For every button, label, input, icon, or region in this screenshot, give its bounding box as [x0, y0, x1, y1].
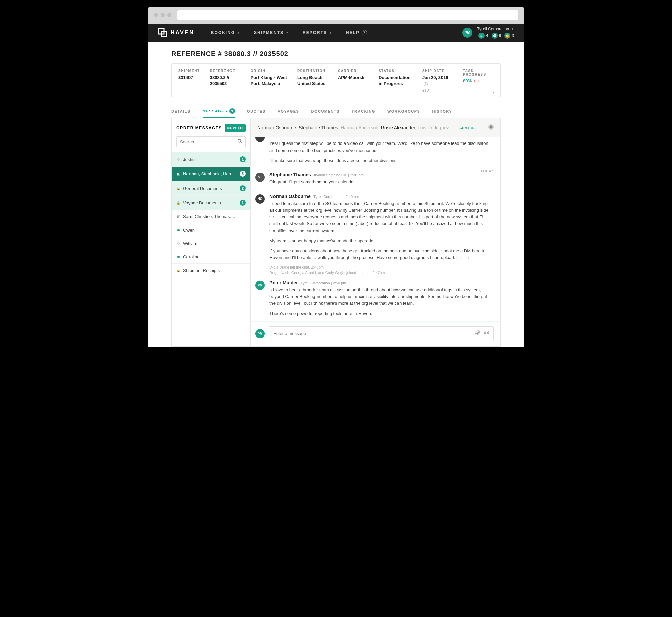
thread-badge: 1 [240, 200, 246, 206]
search-input[interactable] [180, 139, 237, 145]
thread-general-documents[interactable]: 🔒General Documents2 [172, 181, 250, 195]
status-offline-icon [176, 242, 180, 245]
thread-name: William [183, 241, 246, 246]
indicator-tasks[interactable]: ≡4 [478, 33, 488, 39]
org-block: Tyrell Corporation▼ ≡4 💬9 🔔3 [477, 27, 514, 39]
indicators: ≡4 💬9 🔔3 [478, 33, 514, 39]
composer-input-wrap[interactable]: @ [269, 326, 494, 340]
thread-badge: 1 [240, 156, 246, 162]
nav-shipments[interactable]: SHIPMENTS▼ [254, 30, 289, 35]
tab-messages[interactable]: MESSAGES9 [203, 105, 235, 118]
message-input[interactable] [273, 331, 475, 336]
tab-tracking[interactable]: TRACKING [352, 105, 375, 118]
chat-icon: 💬 [492, 33, 498, 39]
summary-ship-date: SHIP DATE Jan 20, 2019i ETD [422, 69, 453, 92]
avatar: PM [255, 281, 265, 290]
chat-head: Norman Osbourne, Stephanie Thames, Hanna… [251, 118, 500, 137]
message-body: Peter Mulder Tyrell Corporation | 2:50 p… [269, 280, 492, 317]
message-row: ST Stephanie Thames Avalon Shipping Co. … [251, 167, 500, 189]
browser-chrome [148, 7, 524, 24]
participants-more[interactable]: +4 MORE [459, 126, 476, 130]
nav-booking[interactable]: BOOKING▼ [211, 30, 241, 35]
tab-messages-label: MESSAGES [203, 109, 227, 113]
summary-label: STATUS [379, 69, 412, 73]
lock-icon: 🔒 [176, 201, 180, 205]
thread-owen[interactable]: Owen [172, 223, 250, 237]
window-controls[interactable] [154, 13, 171, 17]
participant: , … [449, 125, 456, 130]
org-menu[interactable]: Tyrell Corporation▼ [477, 27, 514, 31]
zoom-dot[interactable] [167, 13, 171, 17]
message-text: Yes! I guess the first step will be to d… [269, 140, 492, 164]
user-avatar[interactable]: PM [462, 28, 472, 38]
thread-name: Sam, Christine, Thomas, … [183, 214, 246, 219]
minimize-dot[interactable] [161, 13, 165, 17]
logo[interactable]: HAVEN [158, 28, 194, 37]
thread-william[interactable]: William [172, 237, 250, 250]
close-dot[interactable] [154, 13, 158, 17]
search-box[interactable] [176, 136, 246, 147]
message-meta: Tyrell Corporation | 2:50 pm [301, 281, 346, 285]
nav-reports[interactable]: REPORTS▼ [303, 30, 333, 35]
message-text: I need to make sure that the SG team add… [269, 200, 492, 261]
summary-value: Long Beach, United States [297, 75, 328, 87]
summary-reference: REFERENCE 38080.3 // 2035502 [210, 69, 241, 92]
thread-norman-group[interactable]: ◧Norman, Stephanie, Han …5 [172, 166, 250, 181]
chevron-down-icon: ▼ [511, 27, 514, 31]
summary-label: REFERENCE [210, 69, 241, 73]
nav-help[interactable]: HELP? [346, 30, 367, 35]
thread-voyage-documents[interactable]: 🔒Voyage Documents1 [172, 195, 250, 210]
mention-icon[interactable]: @ [484, 330, 489, 337]
new-thread-button[interactable]: NEW+ [225, 124, 246, 132]
status-online-icon [176, 229, 180, 231]
indicator-messages[interactable]: 💬9 [492, 33, 501, 39]
nav-reports-label: REPORTS [303, 30, 327, 35]
thread-shipment-receipts[interactable]: 🔒Shipment Receipts [172, 263, 250, 277]
message-head: Stephanie Thames Avalon Shipping Co. | 2… [269, 172, 492, 177]
summary-value: Port Klang - West Port, Malaysia [251, 75, 287, 87]
indicator-tasks-count: 4 [486, 33, 488, 38]
attachment-icon[interactable] [475, 330, 480, 337]
summary-value: 331407 [178, 75, 200, 81]
sidebar: ORDER MESSAGES NEW+ Justin1 ◧Norman, Ste… [172, 118, 251, 346]
collapse-toggle[interactable]: ▼ [492, 91, 495, 94]
thread-sam-group[interactable]: ◧Sam, Christine, Thomas, … [172, 210, 250, 223]
message-paragraph: I need to make sure that the SG team add… [269, 200, 492, 234]
tab-details[interactable]: DETAILS [171, 105, 191, 118]
summary-task-progress: TASK PROGRESS 80% [463, 69, 494, 92]
clock-icon [474, 79, 479, 83]
indicator-alerts[interactable]: 🔔3 [504, 33, 514, 39]
topbar-right: PM Tyrell Corporation▼ ≡4 💬9 🔔3 [462, 27, 514, 39]
logo-icon [158, 28, 167, 37]
messages-scroll[interactable]: Yes! I guess the first step will be to d… [251, 137, 500, 322]
summary-label: TASK PROGRESS [463, 69, 494, 76]
tab-history[interactable]: HISTORY [432, 105, 452, 118]
thread-list: Justin1 ◧Norman, Stephanie, Han …5 🔒Gene… [172, 152, 250, 346]
participant-muted: Hannah Anderson [341, 125, 378, 130]
summary-label: SHIPMENT [178, 69, 200, 73]
message-paragraph: I'd love to hear a broader team discussi… [269, 287, 492, 307]
summary-carrier: CARRIER APM-Maersk [338, 69, 369, 92]
chevron-down-icon: ▼ [237, 31, 241, 34]
thread-name: Justin [183, 157, 237, 162]
page-title: REFERENCE # 38080.3 // 2035502 [171, 50, 501, 58]
status-offline-icon [176, 158, 180, 161]
lock-icon: 🔒 [176, 269, 180, 272]
info-icon[interactable]: i [424, 82, 428, 86]
url-bar[interactable] [177, 10, 518, 20]
svg-point-2 [238, 139, 241, 142]
thread-justin[interactable]: Justin1 [172, 152, 250, 166]
sidebar-title: ORDER MESSAGES [176, 126, 222, 130]
participant: , Rosie Alexander, [378, 125, 418, 130]
tabs: DETAILS MESSAGES9 QUOTES VOYAGES DOCUMEN… [171, 105, 501, 118]
tab-quotes[interactable]: QUOTES [247, 105, 265, 118]
message-row: PM Peter Mulder Tyrell Corporation | 2:5… [251, 275, 500, 321]
indicator-alerts-count: 3 [512, 33, 514, 38]
tab-workgroups[interactable]: WORKGROUPS [387, 105, 420, 118]
tab-documents[interactable]: DOCUMENTS [311, 105, 339, 118]
thread-caroline[interactable]: Caroline [172, 250, 250, 263]
message-author: Peter Mulder [269, 280, 298, 285]
chat-settings-button[interactable] [488, 124, 494, 131]
summary-shipment: SHIPMENT 331407 [178, 69, 200, 92]
tab-voyages[interactable]: VOYAGES [278, 105, 299, 118]
